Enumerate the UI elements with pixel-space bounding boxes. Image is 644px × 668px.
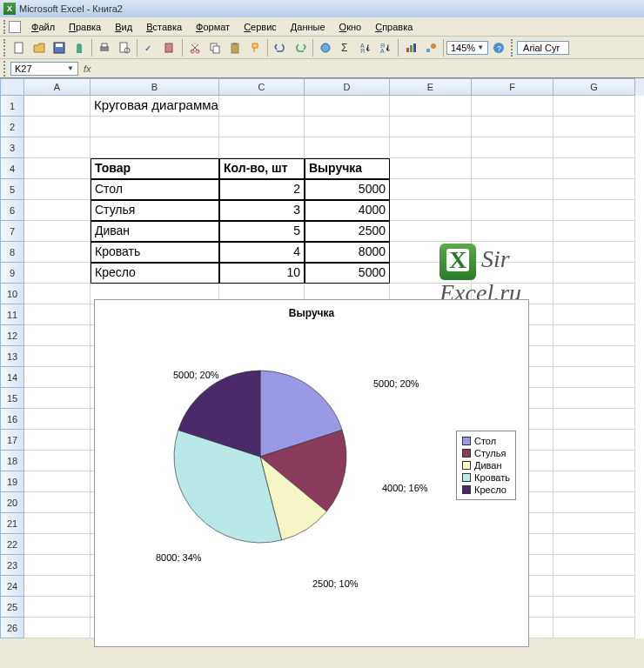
cell-B8[interactable]: Кровать — [91, 242, 219, 263]
menu-help[interactable]: Справка — [368, 20, 419, 34]
cell-G3[interactable] — [553, 137, 635, 158]
drawing-button[interactable] — [421, 38, 440, 57]
cell-A23[interactable] — [24, 555, 91, 576]
cell-A1[interactable] — [24, 96, 91, 117]
cell-G19[interactable] — [553, 471, 635, 492]
print-button[interactable] — [95, 38, 114, 57]
cell-A11[interactable] — [24, 304, 91, 325]
cell-F2[interactable] — [472, 117, 553, 137]
copy-button[interactable] — [205, 38, 225, 57]
cell-A7[interactable] — [24, 221, 91, 242]
cell-C3[interactable] — [219, 137, 305, 158]
pie-chart[interactable]: Выручка 5000; 20%4000; 16%2500; 10%8000;… — [94, 299, 529, 647]
cell-A18[interactable] — [24, 451, 91, 471]
row-header-25[interactable]: 25 — [0, 597, 24, 618]
cell-A2[interactable] — [24, 117, 91, 137]
cell-C9[interactable]: 10 — [219, 263, 305, 284]
menu-insert[interactable]: Вставка — [139, 20, 189, 34]
cell-G2[interactable] — [553, 117, 635, 137]
cell-C1[interactable] — [219, 96, 305, 117]
row-header-3[interactable]: 3 — [0, 137, 24, 158]
cell-D2[interactable] — [305, 117, 390, 137]
row-header-26[interactable]: 26 — [0, 618, 24, 638]
row-header-22[interactable]: 22 — [0, 534, 24, 555]
row-header-14[interactable]: 14 — [0, 367, 24, 388]
menu-edit[interactable]: Правка — [62, 20, 108, 34]
cell-E4[interactable] — [390, 158, 472, 179]
menu-window[interactable]: Окно — [332, 20, 369, 34]
cell-G26[interactable] — [553, 618, 635, 638]
chart-wizard-button[interactable] — [401, 38, 420, 57]
row-header-9[interactable]: 9 — [0, 263, 24, 284]
col-header-C[interactable]: C — [219, 78, 305, 96]
research-button[interactable] — [160, 38, 179, 57]
row-header-15[interactable]: 15 — [0, 388, 24, 409]
menu-file[interactable]: Файл — [24, 20, 62, 34]
cell-G14[interactable] — [553, 367, 635, 388]
cell-E1[interactable] — [390, 96, 472, 117]
cell-G21[interactable] — [553, 513, 635, 534]
row-header-10[interactable]: 10 — [0, 284, 24, 304]
cell-A9[interactable] — [24, 263, 91, 284]
cell-F7[interactable] — [472, 221, 553, 242]
cell-B2[interactable] — [91, 117, 219, 137]
cell-A21[interactable] — [24, 513, 91, 534]
row-header-12[interactable]: 12 — [0, 325, 24, 346]
cell-G18[interactable] — [553, 451, 635, 471]
worksheet-grid[interactable]: A B C D E F G 12345678910111213141516171… — [0, 78, 644, 638]
cell-F8[interactable] — [472, 242, 553, 263]
cell-A10[interactable] — [24, 284, 91, 304]
cell-G24[interactable] — [553, 576, 635, 597]
cell-E8[interactable] — [390, 242, 472, 263]
cell-G23[interactable] — [553, 555, 635, 576]
sort-desc-button[interactable]: ЯA — [376, 38, 395, 57]
save-button[interactable] — [50, 38, 69, 57]
row-header-13[interactable]: 13 — [0, 346, 24, 367]
redo-button[interactable] — [291, 38, 310, 57]
cell-E6[interactable] — [390, 200, 472, 221]
col-header-D[interactable]: D — [305, 78, 390, 96]
row-header-5[interactable]: 5 — [0, 179, 24, 200]
cell-A8[interactable] — [24, 242, 91, 263]
toolbar-handle[interactable] — [3, 39, 7, 57]
sort-asc-button[interactable]: AЯ — [356, 38, 375, 57]
cell-C4[interactable]: Кол-во, шт — [219, 158, 305, 179]
print-preview-button[interactable] — [115, 38, 134, 57]
cell-G9[interactable] — [553, 263, 635, 284]
cell-D9[interactable]: 5000 — [305, 263, 390, 284]
toolbar-handle[interactable] — [3, 20, 7, 34]
cell-A14[interactable] — [24, 367, 91, 388]
cell-A19[interactable] — [24, 471, 91, 492]
cell-B4[interactable]: Товар — [91, 158, 219, 179]
menu-format[interactable]: Формат — [189, 20, 237, 34]
toolbar-handle[interactable] — [3, 61, 7, 77]
row-header-7[interactable]: 7 — [0, 221, 24, 242]
cell-G20[interactable] — [553, 492, 635, 513]
cell-C5[interactable]: 2 — [219, 179, 305, 200]
menu-tools[interactable]: Сервис — [237, 20, 284, 34]
cell-G17[interactable] — [553, 430, 635, 451]
cell-E9[interactable] — [390, 263, 472, 284]
cell-A25[interactable] — [24, 597, 91, 618]
col-header-G[interactable]: G — [553, 78, 635, 96]
cell-A26[interactable] — [24, 618, 91, 638]
cell-G10[interactable] — [553, 284, 635, 304]
zoom-combo[interactable]: 145% ▼ — [446, 41, 488, 55]
row-header-23[interactable]: 23 — [0, 555, 24, 576]
row-header-16[interactable]: 16 — [0, 409, 24, 430]
cell-D6[interactable]: 4000 — [305, 200, 390, 221]
cell-F5[interactable] — [472, 179, 553, 200]
cell-G1[interactable] — [553, 96, 635, 117]
cell-G16[interactable] — [553, 409, 635, 430]
cell-A3[interactable] — [24, 137, 91, 158]
cell-F1[interactable] — [472, 96, 553, 117]
font-combo[interactable]: Arial Cyr — [517, 41, 569, 55]
row-header-6[interactable]: 6 — [0, 200, 24, 221]
col-header-B[interactable]: B — [91, 78, 219, 96]
cell-D4[interactable]: Выручка — [305, 158, 390, 179]
cell-G25[interactable] — [553, 597, 635, 618]
toolbar-handle[interactable] — [511, 39, 514, 57]
paste-button[interactable] — [225, 38, 245, 57]
new-button[interactable] — [10, 38, 29, 57]
col-header-E[interactable]: E — [390, 78, 472, 96]
